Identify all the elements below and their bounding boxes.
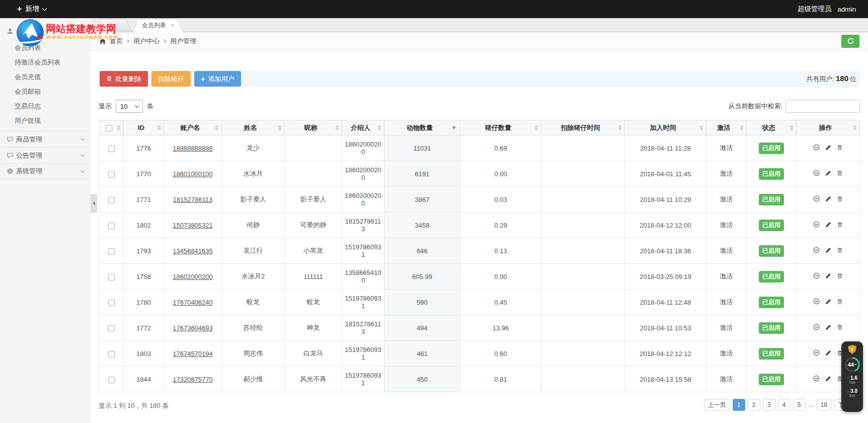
pagination-button[interactable]: 上一页 (704, 399, 730, 411)
sidebar-group[interactable]: 公告管理 (0, 147, 91, 163)
sidebar-item[interactable]: 交易日志 (0, 99, 91, 113)
row-checkbox[interactable] (108, 274, 115, 280)
column-header[interactable]: 操作 (797, 120, 860, 135)
edit-icon[interactable] (825, 247, 831, 253)
close-tab-icon[interactable]: × (171, 22, 175, 29)
sidebar-item[interactable]: 会员充值 (0, 69, 91, 84)
column-header[interactable]: 猪仔数量 (460, 120, 541, 135)
sidebar-group[interactable]: 系统管理 (0, 163, 91, 179)
sidebar-group[interactable]: 商品管理 (0, 131, 91, 147)
row-checkbox[interactable] (108, 171, 115, 178)
activated-cell: 激活 (706, 187, 747, 213)
breadcrumb-item[interactable]: 首页 (110, 37, 123, 45)
sidebar-item[interactable]: 用户提现 (0, 113, 91, 128)
deduct-piglet-button[interactable]: 扣除猪仔 (151, 71, 191, 87)
edit-icon[interactable] (825, 350, 831, 356)
account-link[interactable]: 13456841635 (173, 247, 213, 255)
column-header[interactable]: 状态 (747, 120, 797, 135)
name-cell: 水冰月 (222, 161, 285, 187)
delete-icon[interactable] (837, 272, 843, 279)
account-link[interactable]: 17674570194 (173, 350, 213, 358)
search-input[interactable] (785, 100, 860, 113)
page-size-select[interactable]: 10 (116, 100, 143, 113)
delete-icon[interactable] (837, 144, 843, 151)
deduct-icon[interactable] (813, 298, 820, 305)
edit-icon[interactable] (825, 145, 831, 151)
deduct-icon[interactable] (813, 324, 820, 330)
delete-icon[interactable] (837, 195, 843, 202)
deduct-icon[interactable] (813, 247, 820, 253)
sidebar-item[interactable]: 会员邮箱 (0, 84, 91, 99)
edit-icon[interactable] (825, 273, 831, 279)
delete-icon[interactable] (837, 221, 843, 228)
pagination-button[interactable]: 1 (733, 399, 745, 411)
tab[interactable] (94, 19, 132, 32)
row-checkbox[interactable] (108, 146, 115, 152)
deduct-icon[interactable] (813, 144, 820, 151)
column-header[interactable]: 激活 (706, 120, 747, 135)
sidebar-collapse-handle[interactable] (91, 194, 97, 213)
breadcrumb-item[interactable]: 用户管理 (170, 37, 196, 45)
breadcrumb-item[interactable]: 用户中心 (133, 37, 160, 45)
new-menu[interactable]: + 新增 (17, 5, 46, 14)
activated-cell: 激活 (706, 315, 747, 341)
account-link[interactable]: 17320875770 (173, 376, 213, 383)
deduct-icon[interactable] (813, 170, 820, 176)
column-header[interactable]: 扣除猪仔时间 (541, 120, 625, 135)
row-checkbox[interactable] (108, 325, 115, 332)
pagination-button[interactable]: 3 (763, 399, 775, 411)
bulk-delete-button[interactable]: 批量删除 (100, 71, 148, 87)
column-header[interactable]: 账户名 (164, 120, 222, 135)
user-name[interactable]: admin (837, 6, 856, 13)
edit-icon[interactable] (825, 222, 831, 228)
column-header[interactable]: 动物数量 (384, 120, 460, 135)
delete-icon[interactable] (837, 324, 843, 330)
account-link[interactable]: 17670406240 (173, 299, 213, 306)
add-user-button[interactable]: + 添加用户 (194, 71, 241, 87)
tab[interactable]: 会员列表× (133, 19, 184, 32)
delete-icon[interactable] (837, 298, 843, 305)
column-header[interactable]: 姓名 (222, 120, 285, 135)
row-checkbox[interactable] (108, 197, 115, 203)
delete-icon[interactable] (837, 247, 843, 253)
sidebar-group[interactable]: 会员管理 (0, 23, 91, 39)
deduct-icon[interactable] (813, 272, 820, 279)
row-checkbox[interactable] (108, 223, 115, 229)
column-header[interactable]: 加入时间 (625, 120, 706, 135)
account-link[interactable]: 18602000200 (173, 273, 213, 280)
account-link[interactable]: 18152786113 (173, 196, 213, 203)
row-checkbox[interactable] (108, 248, 115, 255)
column-header[interactable]: 昵称 (285, 120, 342, 135)
pagination-button[interactable]: 2 (748, 399, 760, 411)
edit-icon[interactable] (825, 299, 831, 305)
row-checkbox[interactable] (108, 377, 115, 383)
row-checkbox[interactable] (108, 300, 115, 306)
refresh-button[interactable] (841, 35, 859, 48)
pagination-button[interactable]: 18 (817, 399, 831, 411)
deduct-icon[interactable] (813, 375, 820, 382)
delete-icon[interactable] (837, 170, 843, 176)
sidebar-item[interactable]: 待激活会员列表 (0, 55, 91, 69)
column-header-label: ID (138, 124, 144, 131)
edit-icon[interactable] (825, 170, 831, 176)
sidebar-item[interactable]: 会员列表 (0, 40, 91, 55)
row-checkbox[interactable] (108, 351, 115, 358)
select-all-checkbox[interactable] (106, 125, 112, 131)
column-header-label: 激活 (718, 124, 731, 131)
account-link[interactable]: 17673604693 (173, 324, 213, 332)
pagination-button[interactable]: 4 (778, 399, 791, 411)
account-link[interactable]: 18888888888 (173, 145, 213, 152)
edit-icon[interactable] (825, 324, 831, 330)
column-header[interactable]: 介绍人 (342, 120, 384, 135)
deduct-icon[interactable] (813, 195, 820, 202)
deduct-icon[interactable] (813, 221, 820, 228)
deduct-icon[interactable] (813, 349, 820, 356)
introducer-cell: 18602000200 (342, 135, 384, 161)
account-link[interactable]: 15073805321 (173, 222, 213, 229)
edit-icon[interactable] (825, 196, 831, 202)
edit-icon[interactable] (825, 376, 831, 382)
column-header[interactable]: ID (124, 120, 164, 135)
account-link[interactable]: 18601000100 (173, 170, 213, 178)
speed-monitor-widget[interactable]: 1 44% ↑1.6 K/s ↓3.0 K/s (841, 341, 863, 412)
pagination-button[interactable]: 5 (793, 399, 806, 411)
